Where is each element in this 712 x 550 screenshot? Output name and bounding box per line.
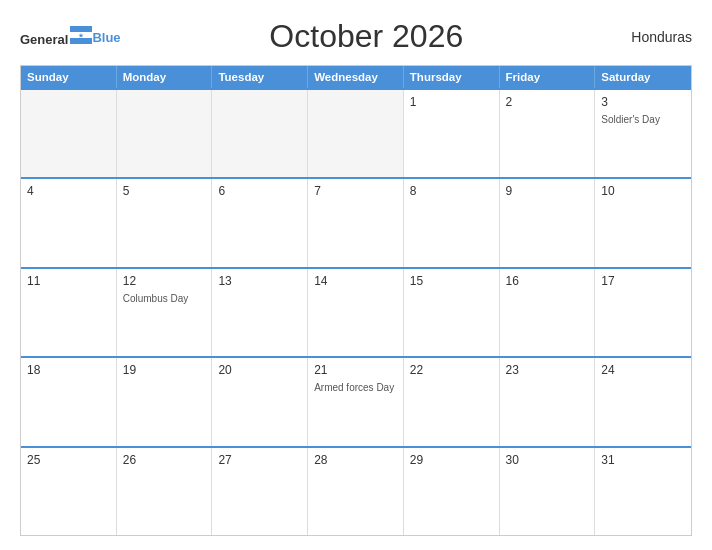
- week-row-1: 123Soldier's Day: [21, 88, 691, 177]
- day-event: Armed forces Day: [314, 381, 397, 394]
- day-cell: 20: [212, 358, 308, 445]
- calendar-page: General Blue October 2026 Honduras Sunda…: [0, 0, 712, 550]
- day-number: 2: [506, 95, 589, 109]
- week-row-4: 18192021Armed forces Day222324: [21, 356, 691, 445]
- day-cell: [212, 90, 308, 177]
- day-cell: [117, 90, 213, 177]
- logo-blue-text: Blue: [92, 30, 120, 45]
- day-cell: 27: [212, 448, 308, 535]
- day-cell: 25: [21, 448, 117, 535]
- day-number: 22: [410, 363, 493, 377]
- day-header-monday: Monday: [117, 66, 213, 88]
- day-number: 17: [601, 274, 685, 288]
- day-cell: 31: [595, 448, 691, 535]
- day-number: 9: [506, 184, 589, 198]
- day-cell: 12Columbus Day: [117, 269, 213, 356]
- day-number: 1: [410, 95, 493, 109]
- day-cell: 11: [21, 269, 117, 356]
- day-event: Soldier's Day: [601, 113, 685, 126]
- day-cell: 15: [404, 269, 500, 356]
- day-cell: 9: [500, 179, 596, 266]
- day-header-wednesday: Wednesday: [308, 66, 404, 88]
- day-number: 31: [601, 453, 685, 467]
- logo-flag-icon: [70, 26, 92, 44]
- svg-rect-2: [70, 38, 92, 44]
- day-number: 29: [410, 453, 493, 467]
- day-number: 3: [601, 95, 685, 109]
- calendar-grid: SundayMondayTuesdayWednesdayThursdayFrid…: [20, 65, 692, 536]
- country-label: Honduras: [612, 29, 692, 45]
- day-number: 28: [314, 453, 397, 467]
- day-cell: [21, 90, 117, 177]
- week-row-3: 1112Columbus Day1314151617: [21, 267, 691, 356]
- day-header-tuesday: Tuesday: [212, 66, 308, 88]
- day-cell: 1: [404, 90, 500, 177]
- day-cell: 5: [117, 179, 213, 266]
- day-header-thursday: Thursday: [404, 66, 500, 88]
- day-number: 6: [218, 184, 301, 198]
- day-cell: 19: [117, 358, 213, 445]
- day-number: 10: [601, 184, 685, 198]
- logo: General Blue: [20, 26, 121, 48]
- day-cell: 7: [308, 179, 404, 266]
- day-event: Columbus Day: [123, 292, 206, 305]
- day-number: 4: [27, 184, 110, 198]
- day-cell: 26: [117, 448, 213, 535]
- day-headers-row: SundayMondayTuesdayWednesdayThursdayFrid…: [21, 66, 691, 88]
- day-cell: 6: [212, 179, 308, 266]
- day-cell: 28: [308, 448, 404, 535]
- day-cell: 23: [500, 358, 596, 445]
- day-number: 18: [27, 363, 110, 377]
- day-number: 21: [314, 363, 397, 377]
- day-cell: 30: [500, 448, 596, 535]
- day-number: 11: [27, 274, 110, 288]
- day-cell: 8: [404, 179, 500, 266]
- day-cell: 29: [404, 448, 500, 535]
- week-row-2: 45678910: [21, 177, 691, 266]
- day-number: 8: [410, 184, 493, 198]
- day-number: 30: [506, 453, 589, 467]
- day-cell: 3Soldier's Day: [595, 90, 691, 177]
- day-header-saturday: Saturday: [595, 66, 691, 88]
- day-number: 15: [410, 274, 493, 288]
- day-number: 12: [123, 274, 206, 288]
- day-cell: 4: [21, 179, 117, 266]
- day-number: 7: [314, 184, 397, 198]
- day-number: 25: [27, 453, 110, 467]
- day-cell: 24: [595, 358, 691, 445]
- day-cell: [308, 90, 404, 177]
- day-cell: 17: [595, 269, 691, 356]
- header: General Blue October 2026 Honduras: [20, 18, 692, 55]
- week-row-5: 25262728293031: [21, 446, 691, 535]
- svg-rect-0: [70, 26, 92, 32]
- day-cell: 16: [500, 269, 596, 356]
- day-number: 14: [314, 274, 397, 288]
- day-number: 24: [601, 363, 685, 377]
- day-number: 26: [123, 453, 206, 467]
- day-number: 5: [123, 184, 206, 198]
- day-header-friday: Friday: [500, 66, 596, 88]
- day-cell: 18: [21, 358, 117, 445]
- day-cell: 14: [308, 269, 404, 356]
- day-number: 23: [506, 363, 589, 377]
- day-cell: 13: [212, 269, 308, 356]
- day-number: 27: [218, 453, 301, 467]
- day-number: 13: [218, 274, 301, 288]
- month-title: October 2026: [121, 18, 612, 55]
- day-cell: 10: [595, 179, 691, 266]
- day-cell: 21Armed forces Day: [308, 358, 404, 445]
- logo-general-text: General: [20, 32, 68, 47]
- day-number: 19: [123, 363, 206, 377]
- day-cell: 2: [500, 90, 596, 177]
- day-header-sunday: Sunday: [21, 66, 117, 88]
- day-cell: 22: [404, 358, 500, 445]
- day-number: 16: [506, 274, 589, 288]
- weeks-container: 123Soldier's Day456789101112Columbus Day…: [21, 88, 691, 535]
- day-number: 20: [218, 363, 301, 377]
